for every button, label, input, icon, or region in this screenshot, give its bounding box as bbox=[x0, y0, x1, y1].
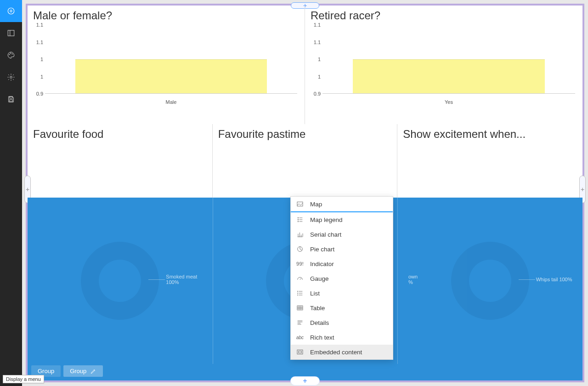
panel-title: Favourite pastime bbox=[218, 128, 392, 141]
settings-button[interactable] bbox=[0, 66, 22, 88]
legend-icon bbox=[296, 216, 304, 223]
y-tick: 1.1 bbox=[314, 40, 321, 45]
svg-point-11 bbox=[298, 221, 299, 222]
list-icon bbox=[296, 290, 304, 297]
menu-item-details[interactable]: Details bbox=[291, 315, 393, 330]
y-tick: 1 bbox=[318, 57, 321, 62]
table-icon bbox=[296, 304, 304, 312]
y-tick: 1 bbox=[40, 57, 43, 62]
y-tick: 1 bbox=[40, 74, 43, 79]
x-category: Yes bbox=[322, 99, 575, 105]
svg-point-15 bbox=[297, 295, 298, 295]
panel-title: Male or female? bbox=[33, 9, 299, 22]
serial-chart: 1.1 1.1 1 1 0.9 Male bbox=[45, 25, 297, 103]
svg-point-14 bbox=[297, 293, 298, 293]
add-element-menu: Map Map legend Serial chart Pie chart 99… bbox=[290, 196, 393, 360]
menu-item-map[interactable]: Map bbox=[291, 197, 393, 211]
menu-item-table[interactable]: Table bbox=[291, 301, 393, 315]
add-element-button[interactable] bbox=[0, 0, 22, 22]
tooltip: Display a menu bbox=[3, 375, 44, 383]
menu-item-serial-chart[interactable]: Serial chart bbox=[291, 227, 393, 242]
details-icon bbox=[296, 319, 304, 326]
y-tick: 1.1 bbox=[314, 22, 321, 28]
indicator-icon: 99! bbox=[296, 261, 304, 267]
plus-icon: + bbox=[303, 377, 307, 385]
panel-title: Show excitement when... bbox=[403, 128, 577, 141]
svg-point-2 bbox=[9, 54, 10, 55]
bar-chart-icon bbox=[296, 231, 304, 238]
svg-rect-6 bbox=[10, 96, 12, 98]
x-category: Male bbox=[45, 99, 297, 105]
menu-item-list[interactable]: List bbox=[291, 286, 393, 301]
panel-male-female[interactable]: Male or female? 1.1 1.1 1 1 0.9 Male bbox=[28, 6, 305, 124]
panel-title: Retired racer? bbox=[311, 9, 577, 22]
menu-item-map-legend[interactable]: Map legend bbox=[291, 212, 393, 227]
row-top: Male or female? 1.1 1.1 1 1 0.9 Male bbox=[28, 6, 582, 124]
svg-point-4 bbox=[12, 54, 13, 55]
menu-item-rich-text[interactable]: abc Rich text bbox=[291, 330, 393, 345]
svg-rect-1 bbox=[8, 30, 14, 36]
gauge-icon bbox=[296, 275, 304, 282]
svg-rect-17 bbox=[297, 350, 303, 354]
y-tick: 0.9 bbox=[314, 91, 321, 96]
y-tick: 0.9 bbox=[36, 91, 43, 96]
panel-title: Favourite food bbox=[33, 128, 207, 141]
serial-chart: 1.1 1.1 1 1 0.9 Yes bbox=[322, 25, 575, 103]
panel-excitement[interactable]: Show excitement when... bbox=[397, 124, 582, 198]
y-tick: 1 bbox=[318, 74, 321, 79]
y-tick: 1.1 bbox=[36, 22, 43, 28]
pie-chart-icon bbox=[296, 245, 304, 253]
map-icon bbox=[296, 200, 304, 208]
left-rail bbox=[0, 0, 22, 386]
bar bbox=[75, 59, 267, 94]
menu-item-gauge[interactable]: Gauge bbox=[291, 271, 393, 286]
pencil-icon bbox=[90, 368, 96, 375]
svg-point-5 bbox=[10, 76, 12, 79]
svg-rect-18 bbox=[299, 351, 302, 353]
embed-icon bbox=[296, 348, 304, 356]
menu-item-indicator[interactable]: 99! Indicator bbox=[291, 256, 393, 271]
layout-button[interactable] bbox=[0, 22, 22, 44]
svg-point-13 bbox=[297, 291, 298, 291]
theme-button[interactable] bbox=[0, 44, 22, 66]
add-handle-bottom[interactable]: + bbox=[291, 377, 319, 385]
svg-rect-7 bbox=[10, 100, 12, 102]
save-button[interactable] bbox=[0, 88, 22, 110]
row-middle: Favourite food Favourite pastime Show ex… bbox=[28, 124, 582, 198]
svg-point-3 bbox=[11, 53, 11, 54]
panel-fav-pastime[interactable]: Favourite pastime bbox=[213, 124, 398, 198]
svg-point-9 bbox=[298, 217, 299, 218]
y-tick: 1.1 bbox=[36, 40, 43, 45]
panel-fav-food[interactable]: Favourite food bbox=[28, 124, 213, 198]
bar bbox=[353, 59, 545, 94]
panel-retired-racer[interactable]: Retired racer? 1.1 1.1 1 1 0.9 Yes bbox=[305, 6, 582, 124]
text-icon: abc bbox=[296, 335, 304, 340]
svg-point-10 bbox=[298, 219, 299, 220]
menu-item-embedded[interactable]: Embedded content bbox=[291, 345, 393, 359]
svg-rect-16 bbox=[297, 306, 303, 310]
tab-group[interactable]: Group bbox=[63, 365, 103, 377]
menu-item-pie-chart[interactable]: Pie chart bbox=[291, 242, 393, 256]
